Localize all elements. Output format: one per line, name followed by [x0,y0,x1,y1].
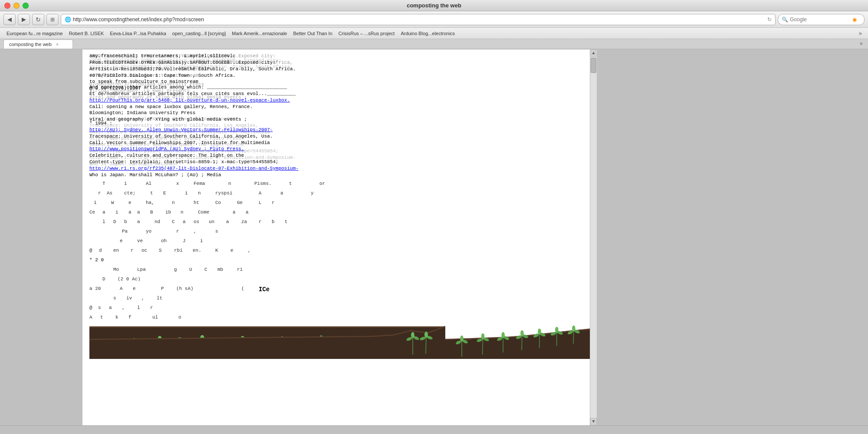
nav-bar: ◀ ▶ ↻ ⊞ 🌐 ↻ 🔍 ◉ [0,11,868,28]
svg-line-79 [483,338,483,355]
bookmark-item[interactable]: European fu...re magazine [3,30,66,37]
tab-bar-close[interactable]: × [858,39,865,48]
svg-point-90 [520,330,524,336]
url-input[interactable] [73,16,766,23]
grid-button[interactable]: ⊞ [46,14,59,25]
svg-point-69 [411,332,414,338]
svg-point-82 [481,333,485,339]
svg-marker-60 [89,326,445,359]
window-title: composting the web [407,2,461,9]
maximize-btn[interactable] [23,3,29,9]
bookmark-item[interactable]: Eeva-Liisa P...isa Puhakka [107,30,169,37]
search-clear-icon[interactable]: ◉ [852,16,857,23]
bookmark-item[interactable]: Better Out Than In [290,30,335,37]
bookmark-item[interactable]: Mark Amerik...ernazionale [229,30,290,37]
right-gray-area [597,49,868,425]
svg-point-86 [501,332,505,338]
forward-button[interactable]: ▶ [18,14,30,25]
bookmark-item[interactable]: open_casting...ll [scrying] [169,30,229,37]
title-bar: composting the web [0,0,868,11]
minimize-btn[interactable] [13,3,20,9]
search-input[interactable] [790,16,851,23]
extended-soil [445,307,590,359]
svg-line-99 [573,330,574,344]
bookmarks-bar: European fu...re magazine Robert B. LISE… [0,28,868,39]
scroll-up-arrow[interactable]: ▲ [591,49,596,57]
scroll-thumb[interactable] [591,58,596,73]
soil-and-plants [89,307,445,359]
page-icon: 🌐 [65,16,71,23]
svg-line-70 [426,336,426,354]
svg-point-73 [424,332,428,338]
tab-label: composting the web [9,42,52,47]
tab-close-button[interactable]: × [56,42,59,47]
browser-window: composting the web ◀ ▶ ↻ ⊞ 🌐 ↻ 🔍 ◉ Europ… [0,0,868,434]
search-bar[interactable]: 🔍 ◉ [778,14,865,25]
scroll-down-arrow[interactable]: ▼ [590,418,597,425]
active-tab[interactable]: composting the web × [3,39,73,49]
svg-point-94 [538,329,541,335]
plants-svg [89,307,445,359]
svg-point-78 [460,335,464,342]
main-content: amy.franceschinl; trmuretarmers; &.myrle… [82,49,597,425]
bookmark-item[interactable]: Arduino Blog...electronics [398,30,458,37]
tab-bar: composting the web × × [0,39,868,49]
scattered-text-area: T i Al x Fema n Pisms. t or r As cte; [89,181,590,359]
extended-plants-svg [445,307,590,359]
close-btn[interactable] [4,3,10,9]
reload-icon[interactable]: ↻ [767,16,772,23]
bookmark-item[interactable]: CrisisRus – ...sRus project [335,30,398,37]
content-block: amy.franceschinl; trmuretarmers; &.myrle… [89,53,590,179]
search-icon: 🔍 [782,16,788,23]
svg-point-102 [572,326,575,332]
svg-point-98 [555,327,559,333]
page-body: amy.franceschinl; trmuretarmers; &.myrle… [0,49,868,425]
text-line: #07B/7iCBlo73.Dialogue 1: Cape Town , So… [89,72,590,79]
scrollbar[interactable]: ▲ ▼ [590,49,597,425]
left-gray [0,49,82,425]
back-button[interactable]: ◀ [3,14,16,25]
address-bar[interactable]: 🌐 ↻ [61,14,776,25]
bookmarks-more[interactable]: » [856,29,865,37]
bookmark-item[interactable]: Robert B. LISEK [66,30,107,37]
status-bar [0,425,868,434]
svg-line-87 [522,335,522,350]
reload-button[interactable]: ↻ [32,14,44,25]
